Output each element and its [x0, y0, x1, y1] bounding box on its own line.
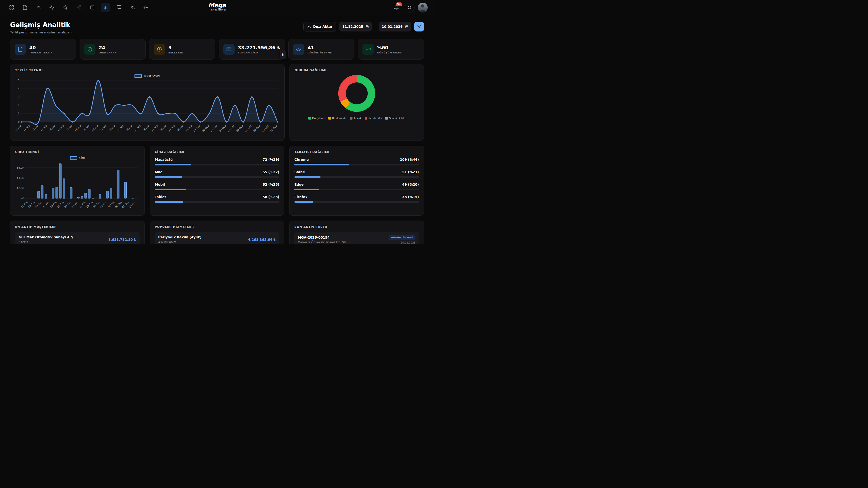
- donut-legend-item: Taslak: [350, 117, 362, 120]
- stat-label: ONAYLANAN: [99, 51, 117, 54]
- activity-company: Marmara Öz Tekstil Ticaret Ltd. Şti.: [298, 240, 347, 244]
- distribution-row-firefox: Firefox 38 (%15): [294, 195, 419, 203]
- stat-label: DÖNÜŞÜM ORANI: [377, 51, 403, 54]
- svg-text:20 Ara: 20 Ara: [91, 124, 99, 132]
- svg-text:08 Oca: 08 Oca: [121, 201, 129, 209]
- download-icon: [307, 25, 311, 29]
- user-avatar[interactable]: [418, 3, 428, 12]
- activity-icon: [49, 5, 55, 10]
- svg-text:01 Oca: 01 Oca: [193, 124, 201, 132]
- stat-value: 33.271.556,86 ₺: [238, 45, 280, 50]
- users-icon: [36, 5, 41, 10]
- list-item: Periyodik Bakım (Aylık) 43x kullanım 4.2…: [155, 232, 279, 244]
- recent-activities-card: SON AKTİVİTELER MGA-2026-00194 Marmara Ö…: [289, 221, 424, 244]
- stat-value: 24: [99, 45, 117, 50]
- nav-button-pen[interactable]: [74, 3, 83, 12]
- svg-text:09 Oca: 09 Oca: [261, 124, 270, 132]
- svg-text:04 Oca: 04 Oca: [107, 201, 115, 209]
- stat-value: 3: [168, 45, 183, 50]
- svg-text:28 Ara: 28 Ara: [159, 124, 167, 132]
- trending-up-icon: [363, 44, 374, 55]
- stat-cards-row: 40 TOPLAM TEKLİF 24 ONAYLANAN 3 BEKLEYEN…: [10, 39, 424, 60]
- notifications-button[interactable]: 9+: [392, 3, 401, 12]
- progress-track: [155, 176, 279, 178]
- legend-swatch: [70, 156, 78, 160]
- stat-card-toplam-ci-ro: 33.271.556,86 ₺ TOPLAM CİRO₺: [219, 39, 285, 60]
- distribution-value: 38 (%15): [402, 195, 419, 199]
- service-amount: 4.268.363,64 ₺: [248, 238, 276, 241]
- revenue-trend-card: CİRO TRENDİ Ciro ₺0₺2.0M₺4.0M₺6.0M11 Ara…: [10, 146, 145, 216]
- clock-icon: [154, 44, 165, 55]
- distribution-label: Masaüstü: [155, 158, 173, 162]
- nav-button-file[interactable]: [20, 3, 30, 12]
- svg-text:04 Oca: 04 Oca: [219, 124, 227, 132]
- list-item: Gür Mak Otomotiv Sanayi A.Ş. 3 teklif 8.…: [15, 232, 140, 244]
- svg-text:21 Ara: 21 Ara: [100, 124, 107, 132]
- filter-button[interactable]: [414, 22, 424, 31]
- legend-label: Ciro: [79, 156, 85, 160]
- customer-sub: 3 teklif: [19, 240, 74, 244]
- stat-label: BEKLEYEN: [168, 51, 183, 54]
- svg-text:22 Ara: 22 Ara: [108, 124, 116, 132]
- page-title: Gelişmiş Analitik: [10, 21, 71, 29]
- svg-text:10 Oca: 10 Oca: [270, 124, 278, 132]
- distribution-row-masaüstü: Masaüstü 72 (%29): [155, 158, 279, 165]
- distribution-label: Mac: [155, 170, 162, 174]
- nav-button-star[interactable]: [61, 3, 70, 12]
- message-icon: [117, 5, 122, 10]
- nav-button-gear[interactable]: [141, 3, 150, 12]
- nav-button-grid[interactable]: [7, 3, 16, 12]
- brand-name: Mega: [208, 2, 226, 8]
- stat-value: %60: [377, 45, 403, 50]
- svg-text:10 Oca: 10 Oca: [129, 201, 137, 209]
- quote-trend-title: TEKLİF TRENDİ: [15, 69, 279, 72]
- export-button-label: Dışa Aktar: [313, 25, 333, 29]
- svg-text:2: 2: [18, 104, 20, 107]
- svg-text:27 Ara: 27 Ara: [79, 201, 86, 208]
- browser-distribution-title: TARAYICI DAĞILIMI: [294, 150, 419, 154]
- funnel-icon: [417, 25, 421, 29]
- brand-subtitle: Endüstriyel: [208, 9, 226, 11]
- currency-chip[interactable]: ₺: [280, 50, 286, 59]
- svg-text:23 Ara: 23 Ara: [117, 124, 124, 132]
- device-distribution-card: CİHAZ DAĞILIMI Masaüstü 72 (%29) Mac 55 …: [150, 146, 284, 216]
- file-icon: [23, 5, 28, 10]
- header-controls: Dışa Aktar 11.12.2025 - 10.01.2026: [303, 22, 424, 31]
- distribution-value: 55 (%22): [262, 170, 279, 174]
- date-from-value: 11.12.2025: [342, 25, 363, 29]
- svg-text:03 Oca: 03 Oca: [210, 124, 218, 132]
- nav-button-bar-chart[interactable]: [101, 3, 110, 12]
- quote-trend-legend: Teklif Sayısı: [15, 74, 279, 78]
- stat-card-bekleyen: 3 BEKLEYEN: [149, 39, 215, 60]
- distribution-label: Edge: [294, 183, 304, 187]
- nav-button-users[interactable]: [34, 3, 43, 12]
- svg-text:14 Ara: 14 Ara: [40, 124, 48, 132]
- legend-swatch: [308, 117, 311, 120]
- progress-fill: [155, 189, 186, 190]
- theme-toggle-button[interactable]: [405, 3, 414, 12]
- nav-button-users2[interactable]: [128, 3, 137, 12]
- nav-button-panel[interactable]: [87, 3, 97, 12]
- svg-text:3: 3: [18, 96, 20, 98]
- browser-distribution-card: TARAYICI DAĞILIMI Chrome 109 (%44) Safar…: [289, 146, 424, 216]
- svg-text:19 Ara: 19 Ara: [50, 201, 57, 208]
- eye-icon: [293, 44, 304, 55]
- svg-text:5: 5: [18, 79, 20, 82]
- svg-text:₺0: ₺0: [21, 197, 24, 200]
- nav-button-activity[interactable]: [47, 3, 56, 12]
- distribution-label: Tablet: [155, 195, 166, 199]
- nav-button-message[interactable]: [114, 3, 124, 12]
- svg-text:25 Ara: 25 Ara: [134, 124, 141, 132]
- progress-fill: [294, 201, 313, 203]
- export-button[interactable]: Dışa Aktar: [303, 22, 336, 31]
- distribution-label: Firefox: [294, 195, 308, 199]
- svg-text:18 Ara: 18 Ara: [74, 124, 82, 132]
- svg-text:31 Ara: 31 Ara: [185, 124, 193, 132]
- date-to-input[interactable]: 10.01.2026: [379, 22, 411, 31]
- svg-text:29 Ara: 29 Ara: [86, 201, 93, 208]
- credit-card-icon: [223, 44, 235, 55]
- svg-text:15 Ara: 15 Ara: [48, 124, 56, 132]
- progress-track: [294, 189, 419, 190]
- svg-text:25 Ara: 25 Ara: [71, 201, 79, 208]
- date-from-input[interactable]: 11.12.2025: [339, 22, 372, 31]
